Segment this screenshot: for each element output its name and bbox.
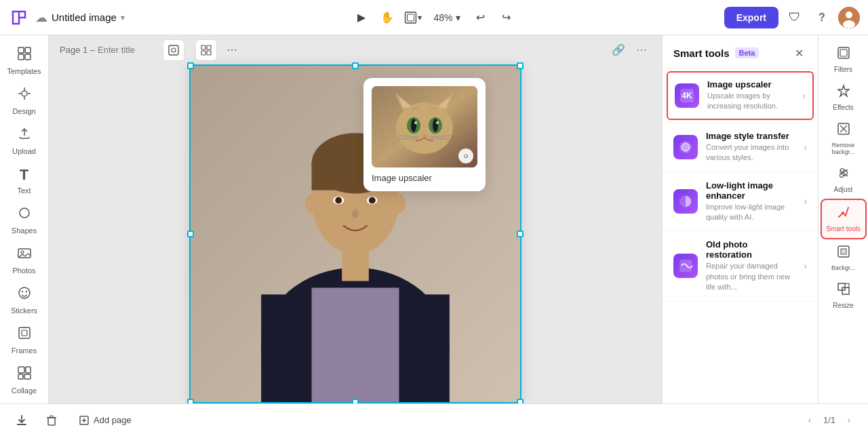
beta-badge: Beta <box>735 47 760 58</box>
zoom-chevron-icon: ▾ <box>456 12 460 23</box>
page-prev-button[interactable]: ‹ <box>802 412 818 429</box>
select-tool-button[interactable] <box>163 39 184 61</box>
handle-bottom-center[interactable] <box>352 399 359 403</box>
sidebar-item-collage[interactable]: Collage <box>1 360 47 400</box>
redo-button[interactable]: ↪ <box>496 7 517 28</box>
svg-point-59 <box>414 121 417 124</box>
shield-button[interactable]: 🛡 <box>784 7 806 28</box>
svg-point-5 <box>843 20 855 28</box>
shapes-icon <box>17 205 32 224</box>
panel-close-button[interactable]: ✕ <box>791 45 807 61</box>
zoom-button[interactable]: 48% ▾ <box>428 9 465 26</box>
sidebar-item-templates[interactable]: Templates <box>1 41 47 81</box>
svg-point-4 <box>846 12 852 18</box>
canvas-content: ○ Image upscaler <box>49 64 662 403</box>
tool-image-upscaler[interactable]: 4K Image upscaler Upscale images by incr… <box>667 71 814 120</box>
effects-icon <box>837 84 850 101</box>
restoration-text: Old photo restoration Repair your damage… <box>706 239 795 292</box>
sidebar-item-design[interactable]: Design <box>1 81 47 121</box>
layout-button[interactable]: ▾ <box>402 7 424 28</box>
hand-tool-button[interactable]: ✋ <box>376 7 398 28</box>
export-button[interactable]: Export <box>724 7 778 28</box>
svg-rect-25 <box>18 374 23 379</box>
right-tool-adjust[interactable]: Adjust <box>821 161 867 199</box>
frames-icon <box>17 325 32 344</box>
right-tool-effects[interactable]: Effects <box>821 79 867 117</box>
style-transfer-text: Image style transfer Convert your images… <box>706 131 795 163</box>
svg-rect-1 <box>405 12 416 23</box>
canvas-link-button[interactable]: 🔗 <box>609 41 628 60</box>
sidebar-item-shapes[interactable]: Shapes <box>1 200 47 240</box>
svg-point-58 <box>433 119 438 132</box>
topbar-right: Export 🛡 ? <box>724 7 860 28</box>
design-icon <box>17 86 32 104</box>
play-button[interactable]: ▶ <box>351 7 372 28</box>
right-tool-background[interactable]: Backgr... <box>821 239 867 277</box>
smart-tools-icon <box>837 205 850 222</box>
right-tool-filters[interactable]: Filters <box>821 41 867 79</box>
svg-rect-8 <box>18 54 24 60</box>
upscaler-icon: 4K <box>675 83 699 108</box>
background-label: Backgr... <box>831 264 855 271</box>
tool-low-light[interactable]: Low-light image enhancer Improve low-lig… <box>663 172 818 232</box>
remove-bg-label: Remove backgr... <box>823 142 864 155</box>
cat-image-zoom-icon: ○ <box>458 148 473 163</box>
svg-text:4K: 4K <box>682 91 692 100</box>
document-title[interactable]: Untitled image <box>52 12 117 23</box>
canvas-options-button[interactable]: ⋯ <box>632 41 651 60</box>
right-tool-smart-tools[interactable]: Smart tools <box>821 199 867 239</box>
low-light-icon <box>673 189 698 214</box>
right-sidebar: Filters Effects Remove backgr... Adjust <box>818 35 868 403</box>
svg-point-80 <box>844 172 847 175</box>
undo-button[interactable]: ↩ <box>470 7 492 28</box>
grid-tool-button[interactable] <box>195 39 217 61</box>
sidebar-item-frames[interactable]: Frames <box>1 320 47 360</box>
delete-button[interactable] <box>41 410 62 431</box>
right-tool-remove-bg[interactable]: Remove backgr... <box>821 117 867 161</box>
handle-top-center[interactable] <box>352 62 359 69</box>
svg-rect-86 <box>842 288 849 294</box>
page-next-button[interactable]: › <box>841 412 857 429</box>
canvas-area: Page 1 – ⋯ 🔗 ⋯ <box>49 35 662 403</box>
svg-point-81 <box>840 174 843 178</box>
download-button[interactable] <box>11 410 33 431</box>
svg-point-28 <box>172 48 176 52</box>
right-tool-resize[interactable]: Resize <box>821 277 867 315</box>
templates-icon <box>17 46 32 64</box>
svg-rect-21 <box>19 328 30 338</box>
title-chevron-icon[interactable]: ▾ <box>121 13 125 22</box>
svg-rect-89 <box>17 424 26 425</box>
handle-top-left[interactable] <box>187 62 194 69</box>
sidebar-item-photos[interactable]: Photos <box>1 240 47 280</box>
handle-middle-left[interactable] <box>187 231 194 237</box>
avatar[interactable] <box>838 7 860 28</box>
logo[interactable] <box>8 7 30 28</box>
sidebar-item-upload[interactable]: Upload <box>1 121 47 161</box>
cloud-icon: ☁ <box>35 10 47 25</box>
sidebar-item-stickers[interactable]: Stickers <box>1 280 47 320</box>
svg-rect-92 <box>50 416 53 418</box>
canvas-toolbar: Page 1 – ⋯ 🔗 ⋯ <box>49 35 662 64</box>
tool-photo-restoration[interactable]: Old photo restoration Repair your damage… <box>663 231 818 301</box>
svg-rect-31 <box>201 51 205 55</box>
page-title-input[interactable] <box>98 45 152 55</box>
svg-rect-84 <box>841 249 846 254</box>
handle-bottom-right[interactable] <box>517 399 524 403</box>
svg-rect-36 <box>312 288 399 402</box>
sidebar-item-text[interactable]: T Text <box>1 161 47 200</box>
panel-header: Smart tools Beta ✕ <box>663 35 818 68</box>
help-button[interactable]: ? <box>811 7 833 28</box>
svg-point-19 <box>21 291 22 292</box>
tool-style-transfer[interactable]: Image style transfer Convert your images… <box>663 123 818 172</box>
upload-icon <box>17 126 32 144</box>
top-bar: ☁ Untitled image ▾ ▶ ✋ ▾ 48% ▾ ↩ ↪ Expor… <box>0 0 868 35</box>
page-label: Page 1 – <box>60 45 152 55</box>
upscaler-text: Image upscaler Upscale images by increas… <box>707 79 794 112</box>
handle-bottom-left[interactable] <box>187 399 194 403</box>
upscaler-preview-panel: ○ Image upscaler <box>363 78 486 191</box>
canvas-icon-right: 🔗 ⋯ <box>609 41 651 60</box>
handle-middle-right[interactable] <box>517 231 524 237</box>
handle-top-right[interactable] <box>517 62 524 69</box>
add-page-button[interactable]: Add page <box>71 411 140 430</box>
canvas-more-button[interactable]: ⋯ <box>222 41 241 60</box>
